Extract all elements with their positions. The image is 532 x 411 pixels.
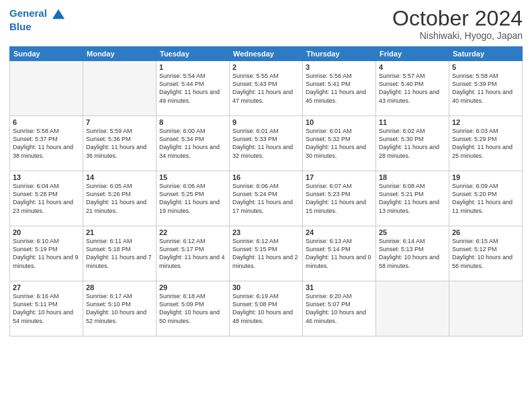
- day-info: Sunrise: 6:15 AM Sunset: 5:12 PM Dayligh…: [452, 237, 519, 270]
- day-info: Sunrise: 5:58 AM Sunset: 5:39 PM Dayligh…: [452, 72, 519, 105]
- day-cell: 22Sunrise: 6:12 AM Sunset: 5:17 PM Dayli…: [157, 226, 230, 281]
- day-cell: 31Sunrise: 6:20 AM Sunset: 5:07 PM Dayli…: [303, 281, 376, 336]
- day-cell: 10Sunrise: 6:01 AM Sunset: 5:32 PM Dayli…: [303, 116, 376, 171]
- day-info: Sunrise: 5:55 AM Sunset: 5:43 PM Dayligh…: [232, 72, 300, 105]
- day-number: 19: [452, 173, 519, 181]
- day-number: 28: [86, 283, 153, 291]
- day-info: Sunrise: 6:05 AM Sunset: 5:26 PM Dayligh…: [86, 182, 153, 215]
- week-row-1: 1Sunrise: 5:54 AM Sunset: 5:44 PM Daylig…: [10, 61, 523, 116]
- col-wednesday: Wednesday: [230, 47, 303, 61]
- day-cell: 14Sunrise: 6:05 AM Sunset: 5:26 PM Dayli…: [83, 171, 157, 226]
- week-row-4: 20Sunrise: 6:10 AM Sunset: 5:19 PM Dayli…: [10, 226, 523, 281]
- logo-text: General Blue: [9, 7, 66, 33]
- day-info: Sunrise: 6:00 AM Sunset: 5:34 PM Dayligh…: [159, 127, 226, 160]
- col-saturday: Saturday: [449, 47, 523, 61]
- day-cell: 18Sunrise: 6:08 AM Sunset: 5:21 PM Dayli…: [376, 171, 449, 226]
- day-cell: 9Sunrise: 6:01 AM Sunset: 5:33 PM Daylig…: [230, 116, 303, 171]
- day-cell: 23Sunrise: 6:12 AM Sunset: 5:15 PM Dayli…: [230, 226, 303, 281]
- day-info: Sunrise: 6:06 AM Sunset: 5:25 PM Dayligh…: [159, 182, 226, 215]
- day-number: 24: [306, 228, 373, 236]
- day-number: 27: [13, 283, 80, 291]
- day-number: 26: [452, 228, 519, 236]
- day-number: 4: [379, 63, 446, 71]
- day-info: Sunrise: 6:01 AM Sunset: 5:33 PM Dayligh…: [232, 127, 300, 160]
- day-info: Sunrise: 6:18 AM Sunset: 5:09 PM Dayligh…: [159, 292, 226, 325]
- day-number: 13: [13, 173, 80, 181]
- day-cell: 26Sunrise: 6:15 AM Sunset: 5:12 PM Dayli…: [449, 226, 523, 281]
- day-cell: 13Sunrise: 6:04 AM Sunset: 5:28 PM Dayli…: [10, 171, 83, 226]
- day-cell: 19Sunrise: 6:09 AM Sunset: 5:20 PM Dayli…: [449, 171, 523, 226]
- day-info: Sunrise: 6:07 AM Sunset: 5:23 PM Dayligh…: [306, 182, 373, 215]
- day-cell: 15Sunrise: 6:06 AM Sunset: 5:25 PM Dayli…: [157, 171, 230, 226]
- day-cell: [449, 281, 523, 336]
- col-friday: Friday: [376, 47, 449, 61]
- day-cell: 24Sunrise: 6:13 AM Sunset: 5:14 PM Dayli…: [303, 226, 376, 281]
- day-number: 18: [379, 173, 446, 181]
- location-title: Nishiwaki, Hyogo, Japan: [392, 30, 523, 41]
- day-number: 6: [13, 118, 80, 126]
- day-cell: 8Sunrise: 6:00 AM Sunset: 5:34 PM Daylig…: [157, 116, 230, 171]
- title-block: October 2024 Nishiwaki, Hyogo, Japan: [392, 7, 523, 41]
- day-number: 3: [306, 63, 373, 71]
- day-cell: [83, 61, 157, 116]
- day-cell: 20Sunrise: 6:10 AM Sunset: 5:19 PM Dayli…: [10, 226, 83, 281]
- day-cell: 16Sunrise: 6:06 AM Sunset: 5:24 PM Dayli…: [230, 171, 303, 226]
- day-number: 1: [159, 63, 226, 71]
- day-number: 14: [86, 173, 153, 181]
- day-number: 9: [232, 118, 300, 126]
- day-number: 30: [232, 283, 300, 291]
- col-thursday: Thursday: [303, 47, 376, 61]
- day-info: Sunrise: 6:19 AM Sunset: 5:08 PM Dayligh…: [232, 292, 300, 325]
- day-cell: 7Sunrise: 5:59 AM Sunset: 5:36 PM Daylig…: [83, 116, 157, 171]
- day-cell: 11Sunrise: 6:02 AM Sunset: 5:30 PM Dayli…: [376, 116, 449, 171]
- day-number: 21: [86, 228, 153, 236]
- day-cell: 5Sunrise: 5:58 AM Sunset: 5:39 PM Daylig…: [449, 61, 523, 116]
- day-number: 23: [232, 228, 300, 236]
- day-info: Sunrise: 6:08 AM Sunset: 5:21 PM Dayligh…: [379, 182, 446, 215]
- calendar-table: Sunday Monday Tuesday Wednesday Thursday…: [9, 46, 523, 336]
- day-number: 8: [159, 118, 226, 126]
- logo: General Blue: [9, 7, 66, 33]
- day-cell: 12Sunrise: 6:03 AM Sunset: 5:29 PM Dayli…: [449, 116, 523, 171]
- col-monday: Monday: [83, 47, 157, 61]
- day-info: Sunrise: 5:59 AM Sunset: 5:36 PM Dayligh…: [86, 127, 153, 160]
- day-cell: [10, 61, 83, 116]
- day-cell: 3Sunrise: 5:56 AM Sunset: 5:41 PM Daylig…: [303, 61, 376, 116]
- day-number: 10: [306, 118, 373, 126]
- day-number: 16: [232, 173, 300, 181]
- day-info: Sunrise: 6:17 AM Sunset: 5:10 PM Dayligh…: [86, 292, 153, 325]
- day-info: Sunrise: 6:12 AM Sunset: 5:17 PM Dayligh…: [159, 237, 226, 270]
- day-number: 2: [232, 63, 300, 71]
- day-info: Sunrise: 6:13 AM Sunset: 5:14 PM Dayligh…: [306, 237, 373, 270]
- day-number: 22: [159, 228, 226, 236]
- day-cell: 2Sunrise: 5:55 AM Sunset: 5:43 PM Daylig…: [230, 61, 303, 116]
- day-cell: 28Sunrise: 6:17 AM Sunset: 5:10 PM Dayli…: [83, 281, 157, 336]
- day-info: Sunrise: 6:06 AM Sunset: 5:24 PM Dayligh…: [232, 182, 300, 215]
- day-info: Sunrise: 6:16 AM Sunset: 5:11 PM Dayligh…: [13, 292, 80, 325]
- day-info: Sunrise: 5:54 AM Sunset: 5:44 PM Dayligh…: [159, 72, 226, 105]
- day-number: 12: [452, 118, 519, 126]
- week-row-5: 27Sunrise: 6:16 AM Sunset: 5:11 PM Dayli…: [10, 281, 523, 336]
- col-sunday: Sunday: [10, 47, 83, 61]
- logo-icon: [51, 7, 66, 21]
- day-info: Sunrise: 6:10 AM Sunset: 5:19 PM Dayligh…: [13, 237, 80, 270]
- day-cell: 1Sunrise: 5:54 AM Sunset: 5:44 PM Daylig…: [157, 61, 230, 116]
- day-number: 25: [379, 228, 446, 236]
- day-info: Sunrise: 6:20 AM Sunset: 5:07 PM Dayligh…: [306, 292, 373, 325]
- day-info: Sunrise: 6:09 AM Sunset: 5:20 PM Dayligh…: [452, 182, 519, 215]
- day-cell: [376, 281, 449, 336]
- header: General Blue October 2024 Nishiwaki, Hyo…: [9, 7, 523, 41]
- day-cell: 21Sunrise: 6:11 AM Sunset: 5:18 PM Dayli…: [83, 226, 157, 281]
- day-cell: 30Sunrise: 6:19 AM Sunset: 5:08 PM Dayli…: [230, 281, 303, 336]
- day-cell: 25Sunrise: 6:14 AM Sunset: 5:13 PM Dayli…: [376, 226, 449, 281]
- day-cell: 29Sunrise: 6:18 AM Sunset: 5:09 PM Dayli…: [157, 281, 230, 336]
- day-cell: 27Sunrise: 6:16 AM Sunset: 5:11 PM Dayli…: [10, 281, 83, 336]
- day-info: Sunrise: 6:11 AM Sunset: 5:18 PM Dayligh…: [86, 237, 153, 270]
- day-info: Sunrise: 5:56 AM Sunset: 5:41 PM Dayligh…: [306, 72, 373, 105]
- day-number: 17: [306, 173, 373, 181]
- day-cell: 6Sunrise: 5:58 AM Sunset: 5:37 PM Daylig…: [10, 116, 83, 171]
- day-info: Sunrise: 6:12 AM Sunset: 5:15 PM Dayligh…: [232, 237, 300, 270]
- page-container: General Blue October 2024 Nishiwaki, Hyo…: [0, 0, 532, 342]
- week-row-2: 6Sunrise: 5:58 AM Sunset: 5:37 PM Daylig…: [10, 116, 523, 171]
- day-cell: 17Sunrise: 6:07 AM Sunset: 5:23 PM Dayli…: [303, 171, 376, 226]
